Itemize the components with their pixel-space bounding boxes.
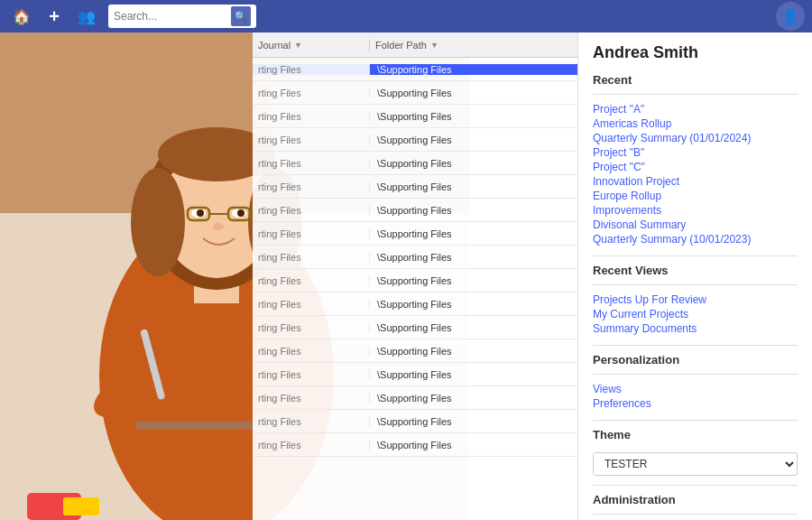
cell-folderpath: \Supporting Files [370, 228, 577, 239]
table-row[interactable]: rting Files \Supporting Files [253, 410, 577, 433]
recent-view-link[interactable]: Summary Documents [593, 321, 798, 336]
personalization-title: Personalization [593, 353, 798, 367]
recent-views-title: Recent Views [593, 264, 798, 277]
cell-folderpath: \Supporting Files [370, 88, 577, 98]
recent-link[interactable]: Project "C" [593, 160, 798, 174]
table-header: Journal ▼ Folder Path ▼ [253, 32, 577, 58]
cell-journal: rting Files [253, 252, 370, 263]
cell-folderpath: \Supporting Files [370, 440, 577, 450]
cell-folderpath: \Supporting Files [370, 135, 577, 145]
personalization-sub-divider [593, 374, 798, 375]
recent-link[interactable]: Divisonal Summary [593, 218, 798, 232]
cell-folderpath: \Supporting Files [370, 64, 577, 75]
table-row[interactable]: rting Files \Supporting Files [253, 81, 577, 105]
table-overlay: Journal ▼ Folder Path ▼ rting Files \Sup… [253, 32, 577, 520]
cell-folderpath: \Supporting Files [370, 369, 577, 380]
table-row[interactable]: rting Files \Supporting Files [253, 339, 577, 363]
table-row[interactable]: rting Files \Supporting Files [253, 58, 577, 81]
administration-sub-divider [593, 514, 798, 515]
cell-journal: rting Files [253, 275, 370, 286]
cell-journal: rting Files [253, 346, 370, 357]
search-button[interactable]: 🔍 [231, 6, 251, 26]
svg-point-12 [197, 209, 204, 217]
cell-folderpath: \Supporting Files [370, 158, 577, 169]
recent-link[interactable]: Quarterly Summary (10/01/2023) [593, 232, 798, 246]
table-row[interactable]: rting Files \Supporting Files [253, 386, 577, 410]
recent-link[interactable]: Project "B" [593, 145, 798, 160]
cell-journal: rting Files [253, 111, 370, 122]
table-row[interactable]: rting Files \Supporting Files [253, 105, 577, 128]
cell-journal: rting Files [253, 440, 370, 450]
cell-journal: rting Files [253, 393, 370, 404]
recent-views-links: Projects Up For ReviewMy Current Project… [593, 292, 798, 336]
search-input[interactable] [114, 10, 231, 23]
table-row[interactable]: rting Files \Supporting Files [253, 363, 577, 386]
recent-view-link[interactable]: My Current Projects [593, 307, 798, 321]
folderpath-dropdown-arrow[interactable]: ▼ [430, 41, 438, 50]
svg-point-7 [131, 168, 185, 276]
recent-link[interactable]: Project "A" [593, 102, 798, 116]
cell-folderpath: \Supporting Files [370, 416, 577, 427]
cell-journal: rting Files [253, 205, 370, 216]
cell-journal: rting Files [253, 64, 370, 75]
cell-folderpath: \Supporting Files [370, 393, 577, 404]
cell-journal: rting Files [253, 228, 370, 239]
cell-folderpath: \Supporting Files [370, 252, 577, 263]
recent-view-link[interactable]: Projects Up For Review [593, 292, 798, 307]
recent-link[interactable]: Europe Rollup [593, 189, 798, 203]
personalization-links: ViewsPreferences [593, 382, 798, 411]
table-row[interactable]: rting Files \Supporting Files [253, 222, 577, 246]
add-icon[interactable]: + [40, 2, 69, 31]
main-area: Journal ▼ Folder Path ▼ rting Files \Sup… [0, 32, 812, 520]
table-row[interactable]: rting Files \Supporting Files [253, 246, 577, 269]
svg-point-17 [213, 223, 224, 230]
theme-title: Theme [593, 428, 798, 441]
cell-folderpath: \Supporting Files [370, 275, 577, 286]
recent-link[interactable]: Improvements [593, 203, 798, 218]
personalization-link[interactable]: Preferences [593, 396, 798, 411]
table-row[interactable]: rting Files \Supporting Files [253, 128, 577, 152]
home-icon[interactable]: 🏠 [7, 2, 36, 31]
theme-select[interactable]: TESTERDefaultDarkLight [593, 452, 798, 476]
right-panel: Andrea Smith Recent Project "A"Americas … [577, 32, 812, 520]
recent-views-sub-divider [593, 284, 798, 285]
table-row[interactable]: rting Files \Supporting Files [253, 316, 577, 339]
table-row[interactable]: rting Files \Supporting Files [253, 199, 577, 222]
administration-title: Administration [593, 493, 798, 506]
table-body: rting Files \Supporting Files rting File… [253, 58, 577, 457]
journal-dropdown-arrow[interactable]: ▼ [294, 41, 302, 50]
cell-folderpath: \Supporting Files [370, 205, 577, 216]
cell-folderpath: \Supporting Files [370, 346, 577, 357]
cell-journal: rting Files [253, 416, 370, 427]
cell-journal: rting Files [253, 369, 370, 380]
recent-views-divider [593, 255, 798, 256]
svg-rect-22 [63, 497, 99, 515]
cell-folderpath: \Supporting Files [370, 299, 577, 310]
col-journal-header: Journal ▼ [253, 40, 370, 51]
user-avatar-icon[interactable]: 👤 [776, 2, 805, 31]
recent-link[interactable]: Innovation Project [593, 174, 798, 189]
table-row[interactable]: rting Files \Supporting Files [253, 292, 577, 316]
cell-journal: rting Files [253, 322, 370, 333]
table-row[interactable]: rting Files \Supporting Files [253, 175, 577, 199]
table-row[interactable]: rting Files \Supporting Files [253, 152, 577, 175]
recent-link[interactable]: Americas Rollup [593, 116, 798, 131]
recent-links: Project "A"Americas RollupQuarterly Summ… [593, 102, 798, 246]
cell-journal: rting Files [253, 88, 370, 98]
navbar: 🏠 + 👥 🔍 👤 [0, 0, 812, 32]
cell-journal: rting Files [253, 181, 370, 192]
cell-folderpath: \Supporting Files [370, 322, 577, 333]
cell-folderpath: \Supporting Files [370, 111, 577, 122]
cell-journal: rting Files [253, 299, 370, 310]
table-row[interactable]: rting Files \Supporting Files [253, 269, 577, 292]
table-row[interactable]: rting Files \Supporting Files [253, 433, 577, 457]
recent-divider [593, 94, 798, 95]
personalization-divider [593, 345, 798, 346]
recent-section-title: Recent [593, 73, 798, 87]
personalization-link[interactable]: Views [593, 382, 798, 396]
people-icon[interactable]: 👥 [72, 2, 101, 31]
cell-folderpath: \Supporting Files [370, 181, 577, 192]
left-panel: Journal ▼ Folder Path ▼ rting Files \Sup… [0, 32, 577, 520]
cell-journal: rting Files [253, 158, 370, 169]
recent-link[interactable]: Quarterly Summary (01/01/2024) [593, 131, 798, 145]
